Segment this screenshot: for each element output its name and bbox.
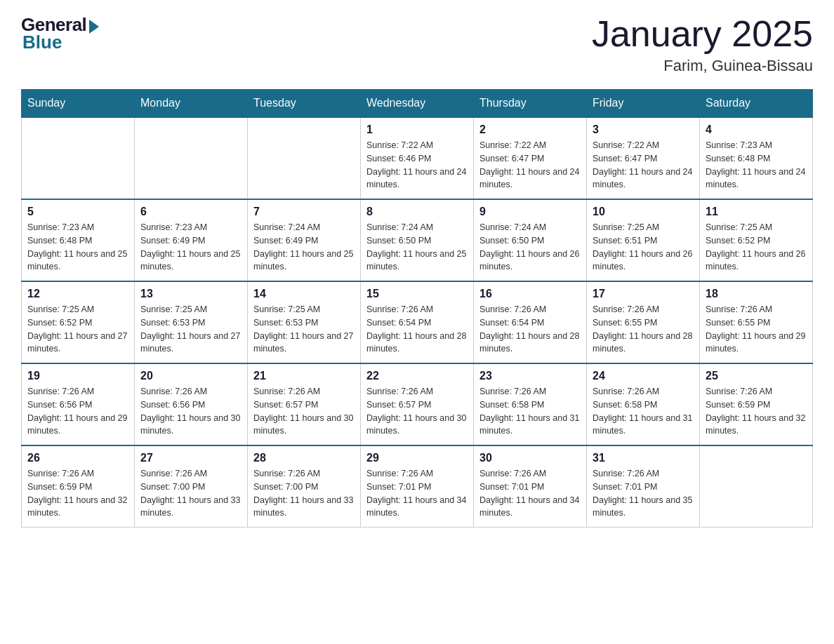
calendar-cell: 9Sunrise: 7:24 AMSunset: 6:50 PMDaylight… <box>474 199 587 281</box>
weekday-header-friday: Friday <box>587 90 700 118</box>
day-info: Sunrise: 7:23 AMSunset: 6:49 PMDaylight:… <box>140 221 241 274</box>
calendar-cell: 30Sunrise: 7:26 AMSunset: 7:01 PMDayligh… <box>474 445 587 528</box>
calendar-week-row: 26Sunrise: 7:26 AMSunset: 6:59 PMDayligh… <box>22 445 813 528</box>
calendar-header-row: SundayMondayTuesdayWednesdayThursdayFrid… <box>22 90 813 118</box>
calendar-cell: 14Sunrise: 7:25 AMSunset: 6:53 PMDayligh… <box>248 281 361 363</box>
day-number: 7 <box>253 206 355 218</box>
day-info: Sunrise: 7:24 AMSunset: 6:49 PMDaylight:… <box>253 221 355 274</box>
calendar-cell: 19Sunrise: 7:26 AMSunset: 6:56 PMDayligh… <box>22 363 135 445</box>
day-number: 1 <box>366 123 468 136</box>
day-number: 3 <box>593 123 694 136</box>
calendar-cell: 3Sunrise: 7:22 AMSunset: 6:47 PMDaylight… <box>587 117 700 199</box>
calendar-cell: 25Sunrise: 7:26 AMSunset: 6:59 PMDayligh… <box>700 363 813 445</box>
day-info: Sunrise: 7:26 AMSunset: 6:58 PMDaylight:… <box>479 385 581 438</box>
day-number: 11 <box>706 206 807 218</box>
day-number: 25 <box>706 370 807 382</box>
calendar-cell: 18Sunrise: 7:26 AMSunset: 6:55 PMDayligh… <box>700 281 813 363</box>
day-info: Sunrise: 7:26 AMSunset: 7:01 PMDaylight:… <box>593 467 694 520</box>
calendar-cell: 6Sunrise: 7:23 AMSunset: 6:49 PMDaylight… <box>135 199 248 281</box>
weekday-header-tuesday: Tuesday <box>248 90 361 118</box>
month-title: January 2025 <box>592 14 813 54</box>
day-info: Sunrise: 7:22 AMSunset: 6:47 PMDaylight:… <box>593 139 694 192</box>
calendar-cell: 22Sunrise: 7:26 AMSunset: 6:57 PMDayligh… <box>361 363 474 445</box>
day-info: Sunrise: 7:24 AMSunset: 6:50 PMDaylight:… <box>479 221 581 274</box>
day-number: 4 <box>706 123 807 136</box>
day-number: 28 <box>253 452 355 464</box>
day-number: 26 <box>27 452 128 464</box>
day-number: 9 <box>479 206 581 218</box>
calendar-cell: 23Sunrise: 7:26 AMSunset: 6:58 PMDayligh… <box>474 363 587 445</box>
calendar-cell: 28Sunrise: 7:26 AMSunset: 7:00 PMDayligh… <box>248 445 361 528</box>
day-number: 29 <box>366 452 468 464</box>
calendar-cell: 15Sunrise: 7:26 AMSunset: 6:54 PMDayligh… <box>361 281 474 363</box>
weekday-header-sunday: Sunday <box>22 90 135 118</box>
calendar-cell: 24Sunrise: 7:26 AMSunset: 6:58 PMDayligh… <box>587 363 700 445</box>
calendar-cell: 10Sunrise: 7:25 AMSunset: 6:51 PMDayligh… <box>587 199 700 281</box>
calendar-cell <box>248 117 361 199</box>
logo-blue-text: Blue <box>22 32 62 53</box>
calendar-cell: 1Sunrise: 7:22 AMSunset: 6:46 PMDaylight… <box>361 117 474 199</box>
day-info: Sunrise: 7:25 AMSunset: 6:51 PMDaylight:… <box>593 221 694 274</box>
calendar-cell <box>22 117 135 199</box>
day-number: 15 <box>366 288 468 300</box>
calendar-week-row: 1Sunrise: 7:22 AMSunset: 6:46 PMDaylight… <box>22 117 813 199</box>
calendar-cell: 4Sunrise: 7:23 AMSunset: 6:48 PMDaylight… <box>700 117 813 199</box>
day-info: Sunrise: 7:26 AMSunset: 6:59 PMDaylight:… <box>706 385 807 438</box>
day-number: 22 <box>366 370 468 382</box>
day-number: 6 <box>140 206 241 218</box>
day-info: Sunrise: 7:26 AMSunset: 7:00 PMDaylight:… <box>253 467 355 520</box>
logo-arrow-icon <box>89 20 99 34</box>
calendar-cell: 31Sunrise: 7:26 AMSunset: 7:01 PMDayligh… <box>587 445 700 528</box>
day-info: Sunrise: 7:25 AMSunset: 6:52 PMDaylight:… <box>27 303 128 356</box>
day-info: Sunrise: 7:25 AMSunset: 6:52 PMDaylight:… <box>706 221 807 274</box>
day-number: 27 <box>140 452 241 464</box>
day-number: 10 <box>593 206 694 218</box>
day-info: Sunrise: 7:22 AMSunset: 6:46 PMDaylight:… <box>366 139 468 192</box>
day-number: 31 <box>593 452 694 464</box>
day-number: 2 <box>479 123 581 136</box>
day-number: 17 <box>593 288 694 300</box>
day-info: Sunrise: 7:26 AMSunset: 6:57 PMDaylight:… <box>366 385 468 438</box>
day-info: Sunrise: 7:25 AMSunset: 6:53 PMDaylight:… <box>253 303 355 356</box>
day-number: 8 <box>366 206 468 218</box>
calendar-cell: 27Sunrise: 7:26 AMSunset: 7:00 PMDayligh… <box>135 445 248 528</box>
weekday-header-wednesday: Wednesday <box>361 90 474 118</box>
calendar-cell: 29Sunrise: 7:26 AMSunset: 7:01 PMDayligh… <box>361 445 474 528</box>
location-title: Farim, Guinea-Bissau <box>592 57 813 75</box>
calendar-week-row: 19Sunrise: 7:26 AMSunset: 6:56 PMDayligh… <box>22 363 813 445</box>
calendar-cell: 12Sunrise: 7:25 AMSunset: 6:52 PMDayligh… <box>22 281 135 363</box>
day-info: Sunrise: 7:26 AMSunset: 7:00 PMDaylight:… <box>140 467 241 520</box>
day-number: 13 <box>140 288 241 300</box>
day-number: 19 <box>27 370 128 382</box>
day-info: Sunrise: 7:26 AMSunset: 6:55 PMDaylight:… <box>706 303 807 356</box>
day-info: Sunrise: 7:24 AMSunset: 6:50 PMDaylight:… <box>366 221 468 274</box>
day-info: Sunrise: 7:23 AMSunset: 6:48 PMDaylight:… <box>27 221 128 274</box>
calendar-cell: 17Sunrise: 7:26 AMSunset: 6:55 PMDayligh… <box>587 281 700 363</box>
calendar-cell: 8Sunrise: 7:24 AMSunset: 6:50 PMDaylight… <box>361 199 474 281</box>
calendar-cell: 2Sunrise: 7:22 AMSunset: 6:47 PMDaylight… <box>474 117 587 199</box>
day-number: 30 <box>479 452 581 464</box>
day-number: 18 <box>706 288 807 300</box>
day-info: Sunrise: 7:26 AMSunset: 7:01 PMDaylight:… <box>366 467 468 520</box>
day-info: Sunrise: 7:25 AMSunset: 6:53 PMDaylight:… <box>140 303 241 356</box>
day-info: Sunrise: 7:26 AMSunset: 6:55 PMDaylight:… <box>593 303 694 356</box>
day-info: Sunrise: 7:26 AMSunset: 6:58 PMDaylight:… <box>593 385 694 438</box>
weekday-header-saturday: Saturday <box>700 90 813 118</box>
calendar-week-row: 12Sunrise: 7:25 AMSunset: 6:52 PMDayligh… <box>22 281 813 363</box>
day-info: Sunrise: 7:26 AMSunset: 6:56 PMDaylight:… <box>140 385 241 438</box>
calendar-table: SundayMondayTuesdayWednesdayThursdayFrid… <box>21 89 813 528</box>
calendar-week-row: 5Sunrise: 7:23 AMSunset: 6:48 PMDaylight… <box>22 199 813 281</box>
calendar-cell: 20Sunrise: 7:26 AMSunset: 6:56 PMDayligh… <box>135 363 248 445</box>
page-header: General Blue January 2025 Farim, Guinea-… <box>21 14 813 75</box>
calendar-cell <box>135 117 248 199</box>
day-info: Sunrise: 7:26 AMSunset: 6:54 PMDaylight:… <box>366 303 468 356</box>
day-number: 23 <box>479 370 581 382</box>
calendar-cell: 16Sunrise: 7:26 AMSunset: 6:54 PMDayligh… <box>474 281 587 363</box>
calendar-cell: 5Sunrise: 7:23 AMSunset: 6:48 PMDaylight… <box>22 199 135 281</box>
day-info: Sunrise: 7:26 AMSunset: 6:54 PMDaylight:… <box>479 303 581 356</box>
calendar-cell: 11Sunrise: 7:25 AMSunset: 6:52 PMDayligh… <box>700 199 813 281</box>
day-info: Sunrise: 7:26 AMSunset: 6:57 PMDaylight:… <box>253 385 355 438</box>
weekday-header-thursday: Thursday <box>474 90 587 118</box>
day-info: Sunrise: 7:26 AMSunset: 6:59 PMDaylight:… <box>27 467 128 520</box>
day-info: Sunrise: 7:22 AMSunset: 6:47 PMDaylight:… <box>479 139 581 192</box>
